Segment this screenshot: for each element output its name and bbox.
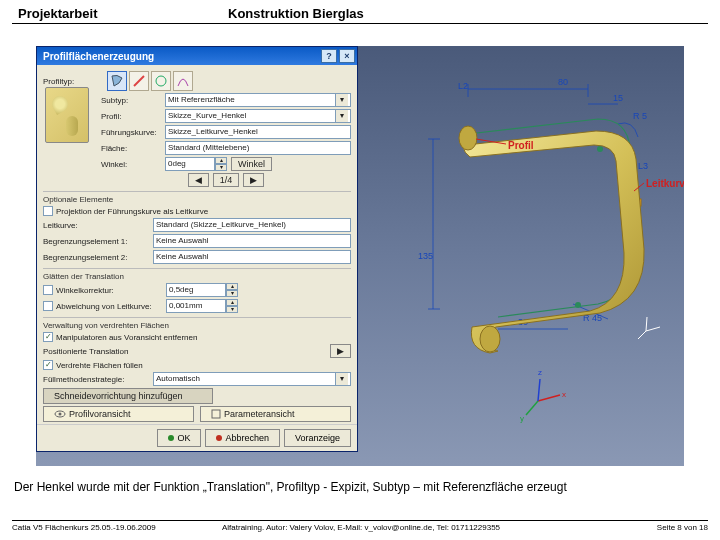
glatt-header: Glätten der Translation	[43, 268, 351, 281]
handle-solid	[462, 131, 644, 353]
dim-l2: L2	[458, 81, 468, 91]
dim-135: 135	[418, 251, 433, 261]
winkel-spinner[interactable]: ▴▾	[215, 157, 227, 171]
svg-line-23	[646, 327, 660, 331]
svg-text:x: x	[562, 390, 566, 399]
svg-point-0	[156, 76, 166, 86]
sweep-surface-dialog: Profilflächenerzeugung ? × Profiltyp: Su…	[36, 46, 358, 452]
abw-spinner[interactable]: ▴▾	[226, 299, 238, 313]
profil-label: Profil:	[101, 112, 165, 121]
projection-label: Projektion der Führungskurve als Leitkur…	[56, 207, 208, 216]
profiltyp-line-icon[interactable]	[129, 71, 149, 91]
manip-checkbox-row[interactable]: Manipulatoren aus Voransicht entfernen	[43, 332, 351, 342]
cancel-button[interactable]: Abbrechen	[205, 429, 280, 447]
footer-mid: Alfatraining. Autor: Valery Volov, E-Mai…	[222, 523, 618, 532]
profile-thumbnail	[45, 87, 89, 143]
abw-field[interactable]: 0,001mm	[166, 299, 226, 313]
svg-rect-3	[212, 410, 220, 418]
abw-label: Abweichung von Leitkurve:	[56, 302, 166, 311]
dim-l3: L3	[638, 161, 648, 171]
verdreht-checkbox-row[interactable]: Verdrehte Flächen füllen	[43, 360, 351, 370]
svg-line-18	[526, 401, 538, 415]
optionale-header: Optionale Elemente	[43, 191, 351, 204]
leitkurve-label: Leitkurve	[646, 178, 684, 189]
leitkurve2-field[interactable]: Standard (Skizze_Leitkurve_Henkel)	[153, 218, 351, 232]
ok-button[interactable]: OK	[157, 429, 201, 447]
projection-checkbox-row[interactable]: Projektion der Führungskurve als Leitkur…	[43, 206, 351, 216]
svg-line-19	[538, 379, 540, 401]
begr1-label: Begrenzungselement 1:	[43, 237, 153, 246]
add-cutter-button[interactable]: Schneidevorrichtung hinzufügen	[43, 388, 213, 404]
dim-80: 80	[558, 77, 568, 87]
svg-text:z: z	[538, 368, 542, 377]
verw-header: Verwaltung von verdrehten Flächen	[43, 317, 351, 330]
svg-line-24	[638, 331, 646, 339]
pos-button[interactable]: ▶	[330, 344, 351, 358]
header-right: Konstruktion Bierglas	[228, 6, 702, 21]
subtyp-label: Subtyp:	[101, 96, 165, 105]
leitkurve-field[interactable]: Skizze_Leitkurve_Henkel	[165, 125, 351, 139]
handle-end-cap	[459, 126, 477, 150]
header-rule	[12, 23, 708, 24]
footer-rule	[12, 520, 708, 521]
verdreht-checkbox[interactable]	[43, 360, 53, 370]
axis-triad: x y z	[520, 368, 566, 423]
profiltyp-explicit-icon[interactable]	[107, 71, 127, 91]
flaeche-label: Fläche:	[101, 144, 165, 153]
footer-right: Seite 8 von 18	[618, 523, 708, 532]
catia-viewport-area: Profilflächenerzeugung ? × Profiltyp: Su…	[36, 46, 684, 466]
svg-line-25	[646, 317, 647, 331]
projection-checkbox[interactable]	[43, 206, 53, 216]
leitkurve-label: Führungskurve:	[101, 128, 165, 137]
winkel-field[interactable]: 0deg	[165, 157, 215, 171]
winkel-law-button[interactable]: Winkel	[231, 157, 272, 171]
svg-point-12	[597, 146, 603, 152]
page-footer: Catia V5 Flächenkurs 25.05.-19.06.2009 A…	[12, 520, 708, 532]
winkelkorr-checkbox[interactable]	[43, 285, 53, 295]
3d-viewport[interactable]: 80 15 R 5 135 L2 L3 30 R 45	[358, 46, 684, 452]
profil-label: Profil	[508, 140, 534, 151]
winkel-count-button[interactable]: 1/4	[213, 173, 240, 187]
profiltyp-conic-icon[interactable]	[173, 71, 193, 91]
flaeche-field[interactable]: Standard (Mittelebene)	[165, 141, 351, 155]
dialog-title: Profilflächenerzeugung	[43, 51, 319, 62]
ok-dot-icon	[168, 435, 174, 441]
manip-label: Manipulatoren aus Voransicht entfernen	[56, 333, 197, 342]
dim-r5: R 5	[633, 111, 647, 121]
manip-checkbox[interactable]	[43, 332, 53, 342]
preview-button[interactable]: Voranzeige	[284, 429, 351, 447]
profiltyp-label: Profiltyp:	[43, 77, 107, 86]
param-view-button[interactable]: Parameteransicht	[200, 406, 351, 422]
figure-caption: Der Henkel wurde mit der Funktion „Trans…	[14, 480, 706, 494]
subtyp-combo[interactable]: Mit Referenzfläche	[165, 93, 351, 107]
help-button[interactable]: ?	[321, 49, 337, 63]
dialog-title-bar[interactable]: Profilflächenerzeugung ? ×	[37, 47, 357, 65]
svg-point-2	[59, 413, 62, 416]
page-header: Projektarbeit Konstruktion Bierglas	[0, 0, 720, 23]
winkelkorr-field[interactable]: 0,5deg	[166, 283, 226, 297]
close-button[interactable]: ×	[339, 49, 355, 63]
profil-field[interactable]: Skizze_Kurve_Henkel	[165, 109, 351, 123]
strat-label: Füllmethodenstrategie:	[43, 375, 153, 384]
begr1-field[interactable]: Keine Auswahl	[153, 234, 351, 248]
abw-checkbox[interactable]	[43, 301, 53, 311]
begr2-label: Begrenzungselement 2:	[43, 253, 153, 262]
handle-drawing: 80 15 R 5 135 L2 L3 30 R 45	[358, 46, 684, 452]
axis-triad-small	[638, 317, 660, 339]
profiltyp-circle-icon[interactable]	[151, 71, 171, 91]
param-icon	[211, 409, 221, 419]
dialog-body: Profiltyp: Subtyp: Mit Referenzfläche Pr…	[37, 65, 357, 428]
dialog-button-row: OK Abbrechen Voranzeige	[37, 424, 357, 451]
winkel-label: Winkel:	[101, 160, 165, 169]
eye-icon	[54, 409, 66, 419]
strat-combo[interactable]: Automatisch	[153, 372, 351, 386]
cancel-dot-icon	[216, 435, 222, 441]
winkelkorr-spinner[interactable]: ▴▾	[226, 283, 238, 297]
svg-line-17	[538, 395, 560, 401]
begr2-field[interactable]: Keine Auswahl	[153, 250, 351, 264]
profile-preview-button[interactable]: Profilvoransicht	[43, 406, 194, 422]
winkel-prev-button[interactable]: ◀	[188, 173, 209, 187]
pos-header: Positionierte Translation	[43, 347, 330, 356]
winkel-next-button[interactable]: ▶	[243, 173, 264, 187]
svg-point-14	[575, 302, 581, 308]
